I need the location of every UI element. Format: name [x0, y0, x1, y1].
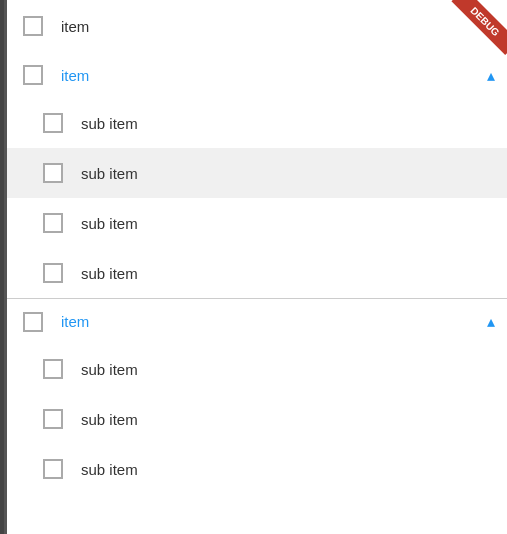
- list-item-sub-1-1[interactable]: sub item: [7, 98, 507, 148]
- checkbox[interactable]: [43, 263, 63, 283]
- list-item-sub-2-3[interactable]: sub item: [7, 444, 507, 494]
- debug-badge: DEBUG: [443, 0, 507, 64]
- item-label-parent-2: item: [61, 313, 487, 330]
- left-border: [0, 0, 4, 534]
- item-label-sub-1-1: sub item: [81, 115, 495, 132]
- checkbox[interactable]: [23, 16, 43, 36]
- checkbox[interactable]: [43, 163, 63, 183]
- debug-label: DEBUG: [451, 0, 507, 55]
- item-label-sub-1-3: sub item: [81, 215, 495, 232]
- item-label-sub-1-2: sub item: [81, 165, 495, 182]
- item-label-sub-2-1: sub item: [81, 361, 495, 378]
- checkbox[interactable]: [43, 459, 63, 479]
- item-label-sub-1-4: sub item: [81, 265, 495, 282]
- list-item-parent-2[interactable]: item ▴: [7, 298, 507, 344]
- list-item[interactable]: item: [7, 0, 507, 52]
- list-item-sub-2-2[interactable]: sub item: [7, 394, 507, 444]
- checkbox[interactable]: [43, 359, 63, 379]
- item-label: item: [61, 18, 495, 35]
- list-container: item item ▴ sub item sub item sub item s…: [4, 0, 507, 534]
- checkbox[interactable]: [43, 113, 63, 133]
- list-item-sub-1-3[interactable]: sub item: [7, 198, 507, 248]
- list-item-sub-1-2[interactable]: sub item: [7, 148, 507, 198]
- chevron-up-icon-1: ▴: [487, 66, 495, 85]
- checkbox[interactable]: [23, 312, 43, 332]
- chevron-up-icon-2: ▴: [487, 312, 495, 331]
- item-label-parent-1: item: [61, 67, 487, 84]
- item-label-sub-2-3: sub item: [81, 461, 495, 478]
- checkbox[interactable]: [23, 65, 43, 85]
- list-item-parent-1[interactable]: item ▴: [7, 52, 507, 98]
- checkbox[interactable]: [43, 409, 63, 429]
- list-item-sub-1-4[interactable]: sub item: [7, 248, 507, 298]
- item-label-sub-2-2: sub item: [81, 411, 495, 428]
- list-item-sub-2-1[interactable]: sub item: [7, 344, 507, 394]
- checkbox[interactable]: [43, 213, 63, 233]
